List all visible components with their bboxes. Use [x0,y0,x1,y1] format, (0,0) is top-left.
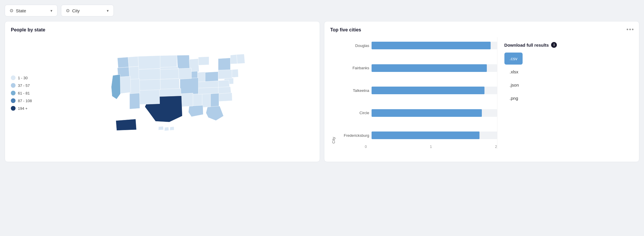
svg-marker-11 [218,58,231,71]
city-filter-label: City [72,8,80,13]
y-axis-label: City [330,37,337,144]
download-xlsx-button[interactable]: .xlsx [504,66,524,78]
us-map-svg [108,46,255,140]
city-filter[interactable]: ⊙ City ▾ [61,5,114,16]
svg-marker-18 [210,93,219,107]
bar-city-label: Fredericksburg [337,133,369,138]
svg-marker-44 [158,127,163,130]
bar-fill [372,109,482,117]
bar-fill [372,87,484,94]
people-by-state-card: People by state 1 - 30 37 - 57 61 - 81 8… [5,21,320,162]
legend-range: 61 - 81 [18,91,30,95]
svg-marker-5 [160,55,177,67]
bar-track [372,64,497,72]
svg-marker-39 [129,79,140,95]
us-map-container [49,46,314,140]
top-cities-card: Top five cities ••• City Douglas Fairban… [324,21,639,162]
people-by-state-title: People by state [11,27,314,33]
info-icon[interactable]: i [551,42,557,48]
svg-marker-22 [188,105,203,117]
bar-row: Fairbanks [337,63,497,73]
svg-marker-25 [204,72,218,82]
svg-marker-33 [160,79,179,90]
legend-range: 37 - 57 [18,83,30,88]
svg-marker-9 [236,54,245,64]
bar-row: Talkeetna [337,85,497,96]
legend-dot [11,106,16,111]
state-pin-icon: ⊙ [10,8,13,13]
x-axis: 012 [330,145,497,149]
chart-area: City Douglas Fairbanks Talkeetna Circle [330,37,633,149]
bar-city-label: Circle [337,111,369,115]
svg-marker-36 [139,89,160,104]
state-chevron-icon: ▾ [50,9,52,13]
map-legend: 1 - 30 37 - 57 61 - 81 87 - 108 194 + [11,75,43,111]
svg-marker-19 [206,106,223,120]
bar-track [372,87,497,94]
svg-marker-1 [128,56,138,67]
legend-range: 1 - 30 [18,76,28,80]
svg-marker-8 [198,57,209,65]
svg-marker-30 [177,68,191,79]
svg-marker-37 [139,79,160,91]
svg-marker-41 [119,76,131,94]
svg-marker-46 [170,127,174,131]
svg-marker-6 [177,55,190,69]
svg-marker-13 [232,69,238,77]
bar-row: Douglas [337,40,497,51]
bar-chart: Douglas Fairbanks Talkeetna Circle Frede… [337,37,497,144]
svg-marker-31 [160,68,179,79]
state-filter[interactable]: ⊙ State ▾ [5,5,57,16]
download-csv-button[interactable]: .csv [504,53,523,65]
bar-city-label: Talkeetna [337,88,369,93]
top-cities-title: Top five cities [330,27,633,33]
bar-track [372,132,497,139]
legend-dot [11,83,16,88]
download-title: Download full results [504,43,549,48]
legend-item: 87 - 108 [11,98,43,103]
svg-marker-10 [230,55,237,64]
svg-marker-4 [138,55,161,69]
legend-item: 194 + [11,106,43,111]
bar-city-label: Fairbanks [337,66,369,70]
svg-marker-38 [139,69,160,80]
legend-item: 1 - 30 [11,75,43,80]
legend-range: 87 - 108 [18,99,32,103]
bar-row: Fredericksburg [337,130,497,141]
bar-fill [372,64,487,72]
download-options: .csv.xlsx.json.png [504,53,633,105]
download-json-button[interactable]: .json [504,79,524,91]
x-axis-label: 0 [365,145,367,149]
bar-track [372,109,497,117]
city-pin-icon: ⊙ [66,8,70,13]
svg-marker-0 [117,57,129,68]
svg-marker-45 [164,127,169,131]
svg-marker-17 [218,93,232,102]
state-filter-label: State [16,8,26,13]
legend-item: 61 - 81 [11,91,43,95]
x-axis-label: 2 [495,145,497,149]
bar-fill [372,132,479,139]
legend-range: 194 + [18,106,28,111]
map-area: 1 - 30 37 - 57 61 - 81 87 - 108 194 + [11,37,314,149]
svg-marker-12 [218,70,232,79]
download-title-row: Download full results i [504,42,633,48]
legend-dot [11,91,16,95]
download-png-button[interactable]: .png [504,92,523,104]
bar-row: Circle [337,108,497,118]
bar-track [372,42,497,49]
x-axis-label: 1 [430,145,432,149]
legend-item: 37 - 57 [11,83,43,88]
legend-dot [11,75,16,80]
more-options-button[interactable]: ••• [626,26,634,33]
svg-marker-42 [111,74,120,99]
bar-city-label: Douglas [337,43,369,48]
download-panel: Download full results i .csv.xlsx.json.p… [497,37,633,149]
svg-marker-28 [180,78,198,95]
bar-fill [372,42,491,49]
city-chevron-icon: ▾ [107,9,109,13]
svg-marker-40 [129,93,140,109]
svg-marker-43 [116,119,136,131]
main-content: People by state 1 - 30 37 - 57 61 - 81 8… [5,21,639,162]
legend-dot [11,98,16,103]
